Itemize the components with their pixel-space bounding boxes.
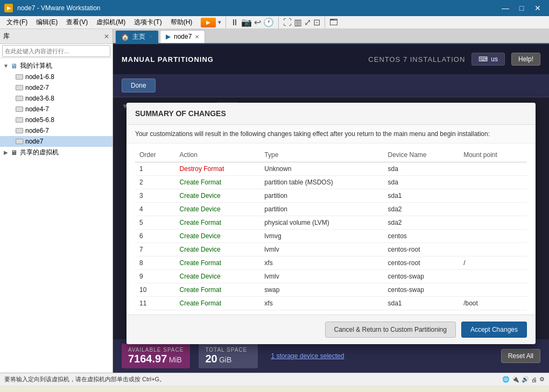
node2-label: node2-7 (25, 84, 49, 91)
node-icon (15, 116, 24, 124)
cell-mount: / (459, 256, 527, 270)
expand-arrow-icon: ▼ (2, 63, 10, 69)
node1-label: node1-6.8 (25, 73, 54, 81)
dialog-subtitle: Your customizations will result in the f… (126, 125, 536, 144)
maximize-button[interactable]: □ (515, 3, 529, 13)
home-icon: 🏠 (121, 33, 129, 41)
cell-type: xfs (260, 297, 383, 310)
menu-edit[interactable]: 编辑(E) (32, 17, 62, 28)
cell-device: centos-root (383, 256, 459, 270)
cell-mount (459, 162, 527, 176)
sidebar-item-node4[interactable]: node4-7 (0, 104, 112, 115)
col-action: Action (175, 148, 261, 162)
sidebar-item-node6[interactable]: node6-7 (0, 125, 112, 136)
col-type: Type (260, 148, 383, 162)
minimize-button[interactable]: — (498, 3, 512, 13)
cancel-button[interactable]: Cancel & Return to Custom Partitioning (325, 322, 456, 338)
table-row: 11Create Formatxfssda1/boot (135, 297, 527, 310)
sidebar-item-shared[interactable]: ▶ 🖥 共享的虚拟机 (0, 147, 112, 158)
available-unit: MiB (169, 355, 182, 364)
dialog-footer: Cancel & Return to Custom Partitioning A… (126, 315, 536, 344)
multimon-icon[interactable]: ▥ (294, 17, 302, 27)
network-icon: 🌐 (502, 376, 510, 383)
node7-tab-label: node7 (174, 33, 192, 40)
tab-node7[interactable]: ▶ node7 ✕ (160, 30, 205, 43)
cell-device: sda2 (383, 203, 459, 216)
snapshot-icon[interactable]: 📷 (241, 17, 252, 27)
table-row: 1Destroy FormatUnknownsda (135, 162, 527, 176)
cell-action: Create Format (175, 176, 261, 189)
cell-device: centos (383, 230, 459, 243)
search-input[interactable] (2, 45, 110, 57)
suspend-icon[interactable]: ⏸ (230, 18, 239, 27)
power-icon[interactable]: ▶ (201, 18, 216, 27)
power-dropdown[interactable]: ▾ (218, 19, 221, 26)
usb-icon: 🔌 (512, 376, 519, 383)
window-controls: — □ ✕ (498, 3, 545, 13)
cell-mount (459, 203, 527, 216)
fullscreen-icon[interactable]: ⛶ (283, 18, 292, 27)
stretch-icon[interactable]: ⤢ (304, 17, 311, 27)
sidebar-item-mycomputer[interactable]: ▼ 🖥 我的计算机 (0, 60, 112, 72)
tab-home[interactable]: 🏠 主页 ✕ (115, 30, 159, 43)
sidebar-item-node7[interactable]: node7 (0, 136, 112, 147)
titlebar: ▶ node7 - VMware Workstation — □ ✕ (0, 0, 549, 16)
clock-icon[interactable]: 🕐 (263, 17, 274, 27)
total-label: TOTAL SPACE (205, 347, 251, 353)
fit-icon[interactable]: ⊡ (313, 17, 320, 27)
cell-mount: /boot (459, 297, 527, 310)
cell-order: 10 (135, 283, 175, 297)
menu-view[interactable]: 查看(V) (62, 17, 92, 28)
cell-type: partition table (MSDOS) (260, 176, 383, 189)
menu-help[interactable]: 帮助(H) (166, 17, 197, 28)
cell-mount (459, 243, 527, 256)
total-space-box: TOTAL SPACE 20 GiB (199, 344, 258, 368)
reset-all-button[interactable]: Reset All (501, 349, 540, 363)
sidebar-close-icon[interactable]: ✕ (104, 33, 109, 40)
dialog-overlay: SUMMARY OF CHANGES Your customizations w… (113, 97, 549, 339)
cell-order: 3 (135, 189, 175, 203)
close-button[interactable]: ✕ (531, 3, 545, 13)
changes-table: Order Action Type Device Name Mount poin… (135, 148, 527, 310)
menu-file[interactable]: 文件(F) (2, 17, 32, 28)
node-icon (15, 94, 24, 103)
node-icon (15, 83, 24, 92)
sidebar-header: 库 ✕ (0, 29, 112, 44)
partitioning-bar: Done (113, 74, 549, 97)
cell-type: xfs (260, 256, 383, 270)
sidebar-item-node3[interactable]: node3-6.8 (0, 93, 112, 104)
cell-type: lvmvg (260, 230, 383, 243)
manual-partitioning-title: MANUAL PARTITIONING (122, 55, 214, 63)
done-button[interactable]: Done (122, 79, 156, 92)
accept-changes-button[interactable]: Accept Changes (461, 322, 527, 338)
cell-mount (459, 176, 527, 189)
main-layout: 库 ✕ ▼ 🖥 我的计算机 node1-6.8 (0, 29, 549, 373)
cell-mount (459, 189, 527, 203)
cell-mount (459, 283, 527, 297)
window-icon[interactable]: 🗔 (329, 18, 338, 27)
kbd-label: us (491, 55, 498, 63)
sidebar-item-node1[interactable]: node1-6.8 (0, 72, 112, 82)
table-row: 5Create Formatphysical volume (LVM)sda2 (135, 216, 527, 230)
revert-icon[interactable]: ↩ (254, 17, 261, 27)
table-row: 7Create Devicelvmlvcentos-root (135, 243, 527, 256)
menu-tabs[interactable]: 选项卡(T) (130, 17, 166, 28)
shared-icon: 🖥 (10, 148, 18, 157)
cell-device: centos-swap (383, 283, 459, 297)
cell-type: partition (260, 189, 383, 203)
vm-screen[interactable]: MANUAL PARTITIONING CENTOS 7 INSTALLATIO… (113, 44, 549, 373)
keyboard-button[interactable]: ⌨ us (471, 53, 505, 66)
sidebar-item-node5[interactable]: node5-6.8 (0, 115, 112, 125)
node7-tab-close-icon[interactable]: ✕ (195, 34, 199, 40)
printer-icon: 🖨 (531, 376, 537, 383)
help-button[interactable]: Help! (511, 53, 540, 66)
sidebar-item-node2[interactable]: node2-7 (0, 82, 112, 93)
home-tab-close-icon[interactable]: ✕ (149, 34, 153, 40)
storage-device-link[interactable]: 1 storage device selected (271, 352, 344, 360)
shared-label: 共享的虚拟机 (20, 148, 59, 157)
cell-device: sda (383, 162, 459, 176)
sidebar-search-container (0, 44, 112, 58)
centos-installer: MANUAL PARTITIONING CENTOS 7 INSTALLATIO… (113, 44, 549, 373)
menu-vm[interactable]: 虚拟机(M) (92, 17, 130, 28)
cell-order: 4 (135, 203, 175, 216)
